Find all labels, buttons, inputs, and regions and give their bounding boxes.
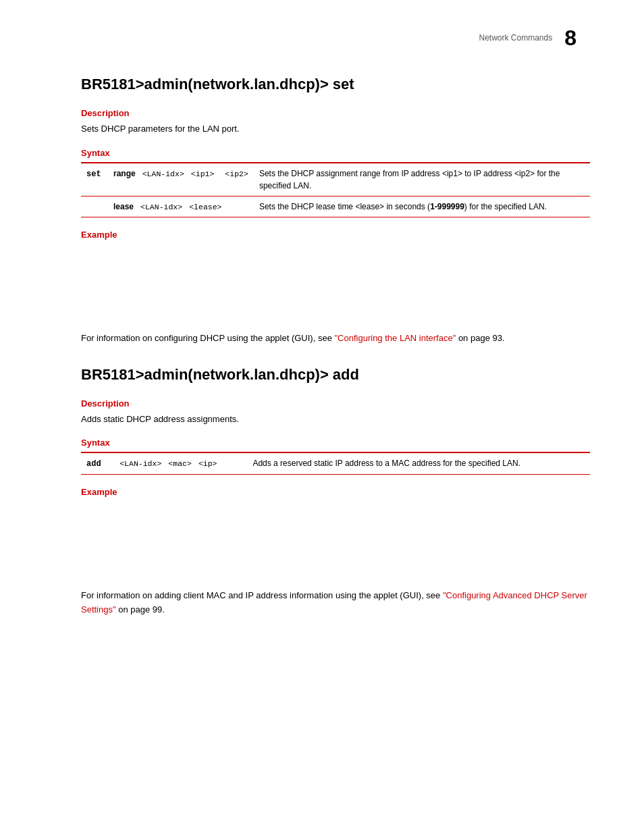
syntax-table-set: set range <LAN-idx> <ip1> <ip2> Sets the…	[81, 162, 590, 217]
info-link-set[interactable]: "Configuring the LAN interface"	[335, 333, 456, 343]
description-text-set: Sets DHCP parameters for the LAN port.	[81, 122, 590, 136]
page-number: 8	[564, 27, 576, 49]
example-label-set: Example	[81, 230, 590, 240]
param-cell-ip2: <ip2>	[219, 163, 254, 197]
desc-cell-add: Adds a reserved static IP address to a M…	[247, 452, 590, 475]
table-row: set range <LAN-idx> <ip1> <ip2> Sets the…	[81, 163, 590, 197]
cmd-keyword-add: add	[86, 459, 101, 469]
section-set-title: BR5181>admin(network.lan.dhcp)> set	[81, 76, 590, 93]
section-set: BR5181>admin(network.lan.dhcp)> set Desc…	[81, 76, 590, 346]
info-text-add: For information on adding client MAC and…	[81, 589, 590, 617]
example-spacer-add	[81, 501, 590, 589]
param-cell: range <LAN-idx> <ip1>	[108, 163, 219, 197]
example-label-add: Example	[81, 487, 590, 497]
page-container: Network Commands 8 BR5181>admin(network.…	[0, 0, 644, 834]
description-text-add: Adds static DHCP address assignments.	[81, 413, 590, 426]
example-spacer-set	[81, 244, 590, 332]
description-label-add: Description	[81, 398, 590, 409]
param-cell-add: <LAN-idx> <mac> <ip>	[114, 452, 247, 475]
table-row: add <LAN-idx> <mac> <ip> Adds a reserved…	[81, 452, 590, 475]
syntax-label-add: Syntax	[81, 438, 590, 448]
section-add-title: BR5181>admin(network.lan.dhcp)> add	[81, 366, 590, 384]
cmd-cell: set	[81, 163, 108, 197]
desc-cell-lease: Sets the DHCP lease time <lease> in seco…	[254, 196, 590, 217]
syntax-table-add: add <LAN-idx> <mac> <ip> Adds a reserved…	[81, 452, 590, 475]
table-row: lease <LAN-idx> <lease> Sets the DHCP le…	[81, 196, 590, 217]
page-header: Network Commands 8	[81, 27, 590, 49]
info-text-set: For information on configuring DHCP usin…	[81, 332, 590, 346]
desc-cell-range: Sets the DHCP assignment range from IP a…	[254, 163, 590, 197]
cmd-cell-empty	[81, 196, 108, 217]
param-cell-lease: lease <LAN-idx> <lease>	[108, 196, 254, 217]
syntax-label-set: Syntax	[81, 148, 590, 158]
cmd-cell-add: add	[81, 452, 114, 475]
cmd-keyword: set	[86, 170, 101, 179]
section-label: Network Commands	[479, 33, 553, 43]
description-label-set: Description	[81, 108, 590, 118]
section-add: BR5181>admin(network.lan.dhcp)> add Desc…	[81, 366, 590, 617]
